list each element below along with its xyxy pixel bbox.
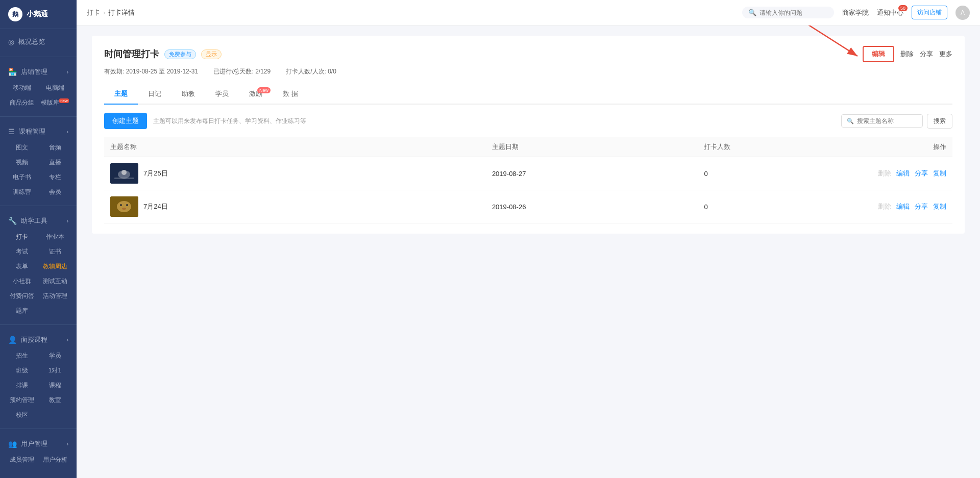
sidebar-item-member[interactable]: 会员 (38, 185, 71, 199)
sidebar-item-course[interactable]: ☰ 课程管理 › (0, 123, 77, 140)
svg-point-7 (117, 201, 131, 212)
row2-share-link[interactable]: 分享 (915, 202, 928, 211)
sidebar-item-form[interactable]: 表单 (5, 259, 38, 274)
sidebar-item-activity[interactable]: 活动管理 (38, 289, 71, 304)
delete-button[interactable]: 删除 (900, 49, 914, 59)
sidebar-item-members[interactable]: 成员管理 (5, 452, 38, 467)
sidebar-item-user-analysis[interactable]: 用户分析 (38, 452, 71, 467)
sidebar-item-product-group[interactable]: 商品分组 (5, 95, 38, 110)
sidebar-item-community[interactable]: 小社群 (5, 274, 38, 289)
tab-diary[interactable]: 日记 (138, 84, 172, 105)
sidebar-item-audio[interactable]: 音频 (38, 140, 71, 155)
sidebar-item-tools[interactable]: 🔧 助学工具 › (0, 212, 77, 230)
main: 打卡 › 打卡详情 🔍 商家学院 通知中心 58 访问店铺 A (77, 0, 980, 478)
sidebar-item-offline[interactable]: 👤 面授课程 › (0, 331, 77, 348)
sidebar-item-column[interactable]: 专栏 (38, 170, 71, 185)
edit-button[interactable]: 编辑 (863, 46, 894, 62)
share-button[interactable]: 分享 (920, 49, 933, 59)
tag-show: 显示 (201, 49, 222, 59)
sidebar-item-paid-qa[interactable]: 付费问答 (5, 289, 38, 304)
sidebar-item-bootcamp[interactable]: 训练营 (5, 185, 38, 199)
sidebar-item-one2one[interactable]: 1对1 (38, 363, 71, 378)
sidebar-item-desktop[interactable]: 电脑端 (38, 81, 71, 95)
meta-period: 有效期: 2019-08-25 至 2019-12-31 (104, 67, 198, 76)
svg-point-4 (121, 170, 127, 175)
table-row: 7月25日 2019-08-27 0 删除 编辑 分享 复制 (104, 157, 952, 190)
sidebar-item-schedule[interactable]: 排课 (5, 378, 38, 393)
sidebar-item-class[interactable]: 班级 (5, 363, 38, 378)
tab-data[interactable]: 数 据 (273, 84, 308, 105)
theme-search-input[interactable] (857, 117, 917, 124)
course-arrow-icon: › (67, 129, 68, 135)
sidebar-item-template[interactable]: 模版库new (38, 95, 71, 110)
title-actions: 编辑 删除 分享 更多 (863, 46, 952, 62)
title-row: 时间管理打卡 免费参与 显示 编辑 (104, 46, 952, 62)
sidebar-item-store[interactable]: 🏪 店铺管理 › (0, 63, 77, 81)
row2-delete-link[interactable]: 删除 (878, 202, 891, 211)
sidebar-logo: 鹅 小鹅通 (0, 0, 77, 29)
sidebar-item-ebook[interactable]: 电子书 (5, 170, 38, 185)
row1-date: 2019-08-27 (486, 157, 698, 190)
create-theme-button[interactable]: 创建主题 (104, 113, 147, 129)
breadcrumb-checkin[interactable]: 打卡 (87, 8, 100, 17)
users-sub: 成员管理 用户分析 (0, 452, 77, 467)
table-body: 7月25日 2019-08-27 0 删除 编辑 分享 复制 (104, 157, 952, 223)
table-header: 主题名称 主题日期 打卡人数 操作 (104, 137, 952, 157)
sidebar-item-exam[interactable]: 考试 (5, 244, 38, 259)
store-arrow-icon: › (67, 69, 68, 75)
sidebar: 鹅 小鹅通 ◎ 概况总览 🏪 店铺管理 › 移动端 电脑端 商品分组 (0, 0, 77, 478)
breadcrumb-detail: 打卡详情 (108, 8, 135, 17)
row1-delete-link[interactable]: 删除 (878, 169, 891, 178)
theme-search-box[interactable]: 🔍 (841, 114, 923, 128)
sidebar-item-cert[interactable]: 证书 (38, 244, 71, 259)
row2-copy-link[interactable]: 复制 (933, 202, 946, 211)
row1-copy-link[interactable]: 复制 (933, 169, 946, 178)
edit-button-wrapper: 编辑 (863, 46, 894, 62)
offline-sub: 招生 学员 班级 1对1 排课 课程 预约管理 教室 校区 (0, 348, 77, 422)
toolbar: 创建主题 主题可以用来发布每日打卡任务、学习资料、作业练习等 🔍 搜索 (104, 113, 952, 129)
sidebar-item-homework[interactable]: 作业本 (38, 230, 71, 244)
sidebar-item-checkin[interactable]: 打卡 (5, 230, 38, 244)
tools-sub: 打卡 作业本 考试 证书 表单 教辅周边 小社群 测试互动 付费问答 活动管理 … (0, 230, 77, 318)
annotation-arrow (796, 26, 868, 61)
tab-theme[interactable]: 主题 (104, 84, 138, 105)
sidebar-item-teaching-aid[interactable]: 教辅周边 (38, 259, 71, 274)
visit-store-button[interactable]: 访问店铺 (912, 6, 947, 19)
sidebar-item-video[interactable]: 视频 (5, 155, 38, 170)
sidebar-item-booking[interactable]: 预约管理 (5, 393, 38, 408)
avatar[interactable]: A (955, 6, 970, 20)
sidebar-item-classroom[interactable]: 教室 (38, 393, 71, 408)
merchant-academy-link[interactable]: 商家学院 (842, 8, 869, 17)
sidebar-item-interactive[interactable]: 测试互动 (38, 274, 71, 289)
svg-point-8 (120, 204, 122, 206)
tab-incentive[interactable]: 激励New (239, 84, 273, 105)
breadcrumb-sep: › (103, 9, 105, 16)
row2-edit-link[interactable]: 编辑 (896, 202, 910, 211)
row2-thumb (110, 196, 138, 217)
sidebar-item-campus[interactable]: 校区 (5, 408, 38, 422)
theme-search-button[interactable]: 搜索 (927, 114, 952, 129)
sidebar-item-mobile[interactable]: 移动端 (5, 81, 38, 95)
table-row: 7月24日 2019-08-26 0 删除 编辑 分享 复制 (104, 190, 952, 223)
tab-student[interactable]: 学员 (205, 84, 239, 105)
more-button[interactable]: 更多 (939, 49, 952, 59)
row1-edit-link[interactable]: 编辑 (896, 169, 910, 178)
notify-button[interactable]: 通知中心 58 (877, 8, 903, 17)
content: 时间管理打卡 免费参与 显示 编辑 (77, 26, 980, 478)
sidebar-item-question-bank[interactable]: 题库 (5, 304, 38, 318)
tag-free: 免费参与 (164, 49, 196, 59)
sidebar-item-offline-course[interactable]: 课程 (38, 378, 71, 393)
sidebar-item-users[interactable]: 👥 用户管理 › (0, 435, 77, 452)
sidebar-item-student[interactable]: 学员 (38, 348, 71, 363)
search-icon: 🔍 (748, 9, 756, 16)
tab-assistant[interactable]: 助教 (172, 84, 205, 105)
offline-label: 面授课程 (21, 335, 47, 344)
search-bar[interactable]: 🔍 (742, 7, 834, 18)
sidebar-item-graphic[interactable]: 图文 (5, 140, 38, 155)
search-input[interactable] (760, 9, 828, 16)
sidebar-item-overview[interactable]: ◎ 概况总览 (0, 33, 77, 51)
sidebar-item-live[interactable]: 直播 (38, 155, 71, 170)
row1-share-link[interactable]: 分享 (915, 169, 928, 178)
sidebar-item-recruit[interactable]: 招生 (5, 348, 38, 363)
row1-thumb (110, 163, 138, 184)
